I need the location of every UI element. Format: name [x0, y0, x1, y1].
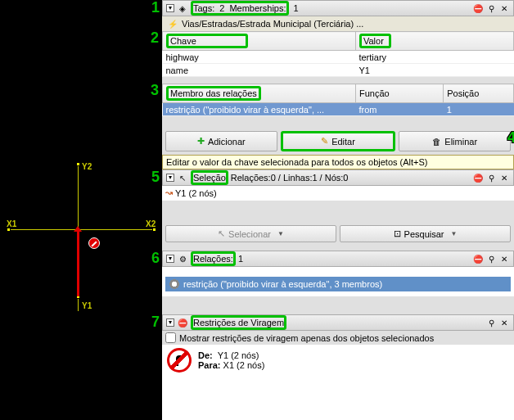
- map-label-y1: Y1: [82, 301, 92, 310]
- turn-arrow: [77, 231, 79, 296]
- plus-icon: ✚: [197, 136, 205, 147]
- tags-label: Tags:: [193, 3, 214, 13]
- members-table: Membro das relações Função Posição restr…: [162, 84, 514, 116]
- col-member[interactable]: Membro das relações: [166, 86, 261, 101]
- tag-row[interactable]: nameY1: [163, 64, 514, 77]
- relations-list: restrição ("proibido virar à esquerda", …: [162, 267, 514, 296]
- no-entry-icon[interactable]: ⛔: [472, 253, 484, 264]
- selection-item[interactable]: ↝ Y1 (2 nós): [165, 187, 511, 198]
- road-preset-icon: ⚡: [167, 18, 178, 29]
- callout-2: 2: [151, 29, 159, 47]
- no-left-turn-sign: [167, 348, 192, 373]
- add-button[interactable]: ✚Adicionar: [165, 131, 277, 151]
- way-icon: ↝: [165, 187, 173, 198]
- tag-icon: ◈: [177, 2, 188, 14]
- highlight-tags-memberships: Tags: 2 Memberships:: [191, 1, 289, 16]
- close-icon[interactable]: ✕: [498, 253, 510, 264]
- callout-3: 3: [151, 82, 159, 99]
- restriction-details: De: Y1 (2 nós) Para: X1 (2 nós): [198, 350, 264, 370]
- tag-val[interactable]: tertiary: [355, 51, 513, 64]
- tag-row[interactable]: highwaytertiary: [163, 51, 514, 64]
- filter-label: Mostrar restrições de viragem apenas dos…: [179, 333, 434, 343]
- col-role[interactable]: Função: [355, 84, 443, 103]
- trash-icon: 🗑: [432, 137, 441, 147]
- panel-toggle[interactable]: ▾: [166, 318, 174, 327]
- tag-key[interactable]: highway: [163, 51, 356, 64]
- col-key[interactable]: Chave: [166, 34, 248, 48]
- pin-icon[interactable]: ⚲: [485, 253, 497, 264]
- map-canvas[interactable]: X1 X2 Y1 Y2: [0, 0, 162, 420]
- callout-7: 7: [151, 314, 160, 331]
- pin-icon[interactable]: ⚲: [485, 172, 497, 183]
- restrictions-filter-row[interactable]: Mostrar restrições de viragem apenas dos…: [162, 331, 514, 345]
- no-entry-icon[interactable]: ⛔: [472, 172, 484, 183]
- select-button[interactable]: ↖Selecionar▼: [165, 225, 336, 242]
- preset-path: Vias/Estradas/Estrada Municipal (Terciár…: [182, 19, 363, 29]
- relations-label: Relações:: [191, 251, 236, 266]
- edit-button[interactable]: ✎Editar: [281, 131, 396, 151]
- member-cell[interactable]: restrição ("proibido virar à esquerda", …: [163, 103, 356, 116]
- tags-panel-header[interactable]: 1 ▾ ◈ Tags: 2 Memberships: 1 ⛔ ⚲ ✕: [162, 0, 514, 16]
- relations-count: 1: [238, 254, 243, 264]
- to-label: Para:: [198, 360, 221, 370]
- from-val: Y1 (2 nós): [218, 350, 259, 360]
- relations-panel-header[interactable]: 6 ▾ ⚙ Relações: 1 ⛔ ⚲ ✕: [162, 251, 514, 267]
- edit-tooltip: Editar o valor da chave selecionada para…: [162, 155, 514, 169]
- chevron-down-icon: ▼: [277, 230, 284, 237]
- selection-button-row: ↖Selecionar▼ ⊡Pesquisar▼: [162, 222, 514, 246]
- pin-icon[interactable]: ⚲: [485, 2, 497, 14]
- role-cell[interactable]: from: [355, 103, 443, 116]
- no-left-turn-icon: [88, 237, 100, 249]
- preset-row[interactable]: ⚡ Vias/Estradas/Estrada Municipal (Terci…: [162, 16, 514, 31]
- relation-icon: ⚙: [177, 253, 188, 264]
- restrictions-panel-header[interactable]: 7 ▾ ⛔ Restrições de Viragem ⚲ ✕: [162, 314, 514, 331]
- panel-toggle[interactable]: ▾: [166, 255, 174, 263]
- filter-checkbox[interactable]: [165, 332, 176, 343]
- search-button[interactable]: ⊡Pesquisar▼: [340, 225, 511, 242]
- map-label-y2: Y2: [82, 162, 92, 171]
- close-icon[interactable]: ✕: [498, 2, 510, 14]
- col-pos[interactable]: Posição: [444, 84, 514, 103]
- tag-key[interactable]: name: [163, 64, 356, 77]
- panel-toggle[interactable]: ▾: [166, 4, 174, 12]
- callout-1: 1: [151, 0, 160, 16]
- selection-list: ↝ Y1 (2 nós): [162, 186, 514, 201]
- no-entry-icon[interactable]: ⛔: [472, 2, 484, 14]
- col-val[interactable]: Valor: [359, 34, 391, 48]
- chevron-down-icon: ▼: [451, 230, 458, 237]
- cursor-icon: ↖: [218, 228, 225, 239]
- delete-button[interactable]: 🗑Eliminar: [399, 131, 511, 151]
- gear-icon: [169, 278, 180, 290]
- pin-icon[interactable]: ⚲: [485, 317, 497, 328]
- from-label: De:: [198, 350, 213, 360]
- map-node[interactable]: [7, 228, 11, 232]
- selection-label: Seleção: [191, 170, 228, 185]
- search-icon: ⊡: [394, 228, 401, 239]
- cursor-icon: ↖: [177, 172, 188, 183]
- selection-summary: Relações:0 / Linhas:1 / Nós:0: [231, 173, 349, 183]
- callout-5: 5: [151, 169, 160, 186]
- callout-4: 4: [507, 129, 514, 147]
- map-node[interactable]: [152, 228, 156, 232]
- member-row[interactable]: restrição ("proibido virar à esquerda", …: [163, 103, 514, 116]
- tag-val[interactable]: Y1: [355, 64, 513, 77]
- tags-count: 2: [217, 3, 227, 13]
- callout-6: 6: [151, 250, 160, 267]
- relation-item[interactable]: restrição ("proibido virar à esquerda", …: [165, 277, 511, 291]
- no-entry-icon: ⛔: [177, 317, 188, 328]
- tag-button-row: ✚Adicionar ✎Editar 🗑Eliminar: [162, 128, 514, 155]
- close-icon[interactable]: ✕: [498, 317, 510, 328]
- selection-panel-header[interactable]: 5 ▾ ↖ Seleção Relações:0 / Linhas:1 / Nó…: [162, 169, 514, 186]
- map-node[interactable]: [76, 162, 80, 166]
- restrictions-label: Restrições de Viragem: [191, 315, 286, 330]
- restriction-info[interactable]: De: Y1 (2 nós) Para: X1 (2 nós): [162, 345, 514, 376]
- panel-toggle[interactable]: ▾: [166, 174, 174, 182]
- pos-cell[interactable]: 1: [444, 103, 514, 116]
- close-icon[interactable]: ✕: [498, 172, 510, 183]
- memberships-label: Memberships:: [229, 3, 286, 13]
- tags-table: Chave Valor highwaytertiary nameY1: [162, 31, 514, 77]
- edit-icon: ✎: [321, 136, 328, 147]
- to-val: X1 (2 nós): [223, 360, 265, 370]
- memberships-count: 1: [291, 3, 301, 13]
- side-panels: 1 ▾ ◈ Tags: 2 Memberships: 1 ⛔ ⚲ ✕ ⚡ Via…: [162, 0, 514, 420]
